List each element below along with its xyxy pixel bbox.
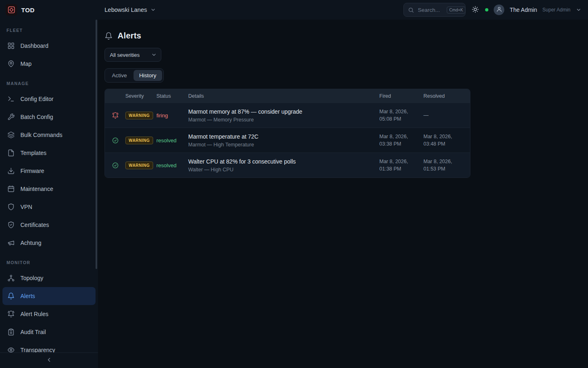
grid-icon <box>7 42 15 49</box>
sidebar-item-map[interactable]: Map <box>2 55 96 73</box>
user-role-badge: Super Admin <box>542 7 570 13</box>
chevron-down-icon <box>151 52 157 58</box>
sidebar-scrollbar[interactable] <box>96 20 97 269</box>
sidebar-item-maintenance[interactable]: Maintenance <box>2 180 96 198</box>
check-circle-icon <box>112 162 119 169</box>
bell-ring-icon <box>7 310 15 318</box>
sidebar-item-label: Transparency <box>20 347 55 352</box>
severity-badge: WARNING <box>125 112 153 119</box>
sidebar-item-transparency[interactable]: Transparency <box>2 341 96 352</box>
sidebar-item-label: Dashboard <box>20 43 49 49</box>
sidebar-item-label: Map <box>20 61 31 67</box>
search-input[interactable] <box>417 7 444 13</box>
org-switcher[interactable]: Lebowski Lanes <box>105 7 156 13</box>
sidebar-item-batch-config[interactable]: Batch Config <box>2 108 96 126</box>
status-text: resolved <box>156 137 176 144</box>
file-icon <box>7 149 15 157</box>
sidebar-footer <box>0 352 98 368</box>
bell-icon <box>105 32 113 40</box>
chevron-down-icon[interactable] <box>576 7 581 13</box>
chevron-left-icon <box>46 357 52 364</box>
sidebar-item-label: VPN <box>20 204 32 210</box>
tab-history[interactable]: History <box>134 70 162 81</box>
user-name: The Admin <box>510 7 537 13</box>
severity-filter-value: All severities <box>110 52 140 58</box>
megaphone-icon <box>7 239 15 247</box>
map-pin-icon <box>7 60 15 67</box>
search-icon <box>408 7 414 13</box>
resolved-at: Mar 8, 2026, 03:48 PM <box>423 133 470 148</box>
wrench-icon <box>7 113 15 121</box>
fired-at: Mar 8, 2026, 03:38 PM <box>379 133 423 148</box>
sidebar-item-label: Firmware <box>20 168 44 174</box>
col-details: Details <box>188 93 379 99</box>
sun-icon <box>472 6 479 14</box>
alerts-page: Alerts All severities Active History Sev… <box>98 20 588 368</box>
alerts-table: Severity Status Details Fired Resolved W… <box>105 89 470 178</box>
alerts-table-header: Severity Status Details Fired Resolved <box>105 89 470 103</box>
sidebar-item-label: Alert Rules <box>20 311 48 317</box>
app-logo-icon <box>6 4 17 16</box>
alert-subtitle: Marmot — Memory Pressure <box>188 117 379 123</box>
sidebar-item-firmware[interactable]: Firmware <box>2 162 96 180</box>
check-circle-icon <box>112 137 119 144</box>
sidebar-item-vpn[interactable]: VPN <box>2 198 96 216</box>
page-title: Alerts <box>118 31 141 40</box>
clipboard-icon <box>7 328 15 336</box>
sidebar-item-config-editor[interactable]: Config Editor <box>2 90 96 108</box>
sidebar-item-label: Alerts <box>20 293 35 299</box>
sidebar-item-label: Topology <box>20 275 43 281</box>
tab-active[interactable]: Active <box>106 70 133 81</box>
page-title-row: Alerts <box>105 31 581 40</box>
topology-icon <box>7 274 15 282</box>
top-header: Lebowski Lanes Cmd+K The Admin Super Adm… <box>98 0 588 20</box>
resolved-at: — <box>423 112 470 119</box>
section-label-monitor: MONITOR <box>0 252 98 269</box>
sidebar-item-dashboard[interactable]: Dashboard <box>2 37 96 55</box>
sidebar-item-alert-rules[interactable]: Alert Rules <box>2 305 96 323</box>
status-text: resolved <box>156 162 176 168</box>
layers-icon <box>7 131 15 139</box>
alert-title: Marmot memory at 87% — consider upgrade <box>188 108 379 115</box>
sidebar-item-achtung[interactable]: Achtung <box>2 234 96 252</box>
sidebar-item-label: Certificates <box>20 222 49 228</box>
resolved-at: Mar 8, 2026, 01:53 PM <box>423 158 470 173</box>
table-row[interactable]: WARNING resolved Marmot temperature at 7… <box>105 128 470 153</box>
brand-name: TOD <box>21 7 35 13</box>
org-name: Lebowski Lanes <box>105 7 147 13</box>
table-row[interactable]: WARNING firing Marmot memory at 87% — co… <box>105 103 470 128</box>
section-label-manage: MANAGE <box>0 73 98 90</box>
bell-icon <box>7 292 15 300</box>
sidebar-nav: FLEET Dashboard Map MANAGE Config Editor… <box>0 20 98 352</box>
sidebar-item-label: Config Editor <box>20 96 53 102</box>
status-text: firing <box>156 112 168 119</box>
sidebar-item-alerts[interactable]: Alerts <box>2 287 96 305</box>
sidebar-item-certificates[interactable]: Certificates <box>2 216 96 234</box>
alert-title: Walter CPU at 82% for 3 consecutive poll… <box>188 158 379 165</box>
sidebar-item-topology[interactable]: Topology <box>2 269 96 287</box>
col-fired: Fired <box>379 93 423 99</box>
sidebar-item-label: Templates <box>20 150 47 156</box>
sidebar-item-label: Bulk Commands <box>20 132 62 138</box>
table-row[interactable]: WARNING resolved Walter CPU at 82% for 3… <box>105 153 470 177</box>
section-label-fleet: FLEET <box>0 20 98 37</box>
global-search[interactable]: Cmd+K <box>403 3 466 17</box>
sidebar-item-bulk-commands[interactable]: Bulk Commands <box>2 126 96 144</box>
app-root: TOD FLEET Dashboard Map MANAGE Config Ed… <box>0 0 588 368</box>
main-column: Lebowski Lanes Cmd+K The Admin Super Adm… <box>98 0 588 368</box>
fired-at: Mar 8, 2026, 01:38 PM <box>379 158 423 173</box>
sidebar-item-templates[interactable]: Templates <box>2 144 96 162</box>
eye-icon <box>7 346 15 352</box>
col-status: Status <box>156 93 188 99</box>
chevron-down-icon <box>150 7 156 13</box>
avatar[interactable] <box>494 4 504 15</box>
theme-toggle-button[interactable] <box>471 5 480 15</box>
collapse-sidebar-button[interactable] <box>43 354 55 367</box>
header-right: Cmd+K The Admin Super Admin <box>403 3 581 17</box>
col-resolved: Resolved <box>423 93 470 99</box>
sidebar-item-audit-trail[interactable]: Audit Trail <box>2 323 96 341</box>
bell-ring-icon <box>112 112 119 119</box>
alerts-tabs: Active History <box>105 68 164 83</box>
severity-filter-select[interactable]: All severities <box>105 48 161 62</box>
sidebar-item-label: Audit Trail <box>20 329 46 335</box>
